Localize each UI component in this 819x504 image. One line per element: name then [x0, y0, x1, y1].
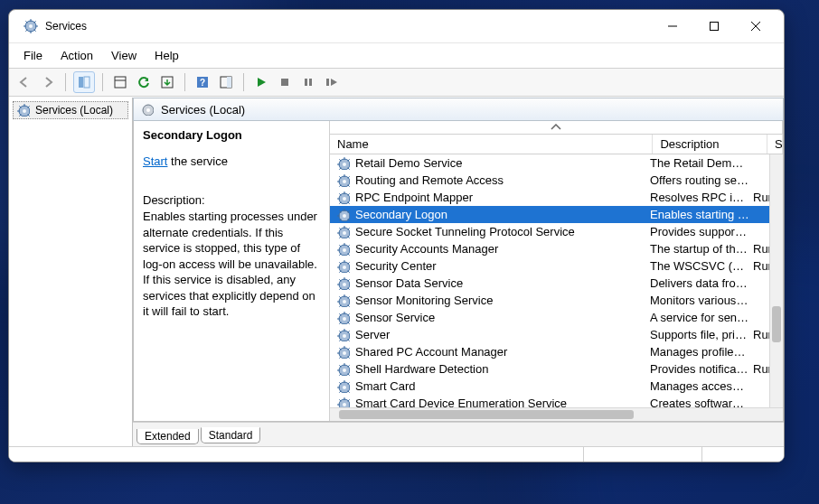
detail-action: Start the service — [143, 154, 320, 168]
svg-rect-22 — [281, 79, 288, 86]
service-name: Retail Demo Service — [355, 156, 463, 170]
description-body: Enables starting processes under alterna… — [143, 209, 320, 320]
service-name: RPC Endpoint Mapper — [355, 191, 473, 204]
table-row[interactable]: Shell Hardware DetectionProvides notific… — [330, 360, 783, 378]
menu-bar: File Action View Help — [9, 43, 784, 69]
gear-icon — [337, 380, 350, 393]
gear-icon — [337, 191, 350, 204]
table-row[interactable]: Sensor Monitoring ServiceMonitors variou… — [330, 292, 783, 309]
close-button[interactable] — [735, 13, 777, 40]
column-header-description[interactable]: Description — [653, 135, 767, 154]
gear-icon — [337, 157, 350, 170]
refresh-button[interactable] — [134, 72, 154, 92]
services-window: Services File Action View Help ? — [8, 9, 785, 462]
gear-icon — [337, 174, 350, 187]
column-header-status[interactable]: Status — [767, 135, 783, 154]
table-row[interactable]: Smart Card Device Enumeration ServiceCre… — [330, 395, 783, 407]
column-header-row: Name Description Status — [330, 135, 783, 154]
table-row[interactable]: Sensor Data ServiceDelivers data from... — [330, 275, 783, 292]
menu-view[interactable]: View — [104, 47, 144, 64]
table-row[interactable]: Retail Demo ServiceThe Retail Demo s... — [330, 154, 783, 172]
svg-rect-21 — [227, 77, 231, 88]
status-segment — [9, 447, 584, 462]
gear-icon — [141, 103, 154, 116]
service-name: Sensor Monitoring Service — [355, 294, 493, 307]
gear-icon — [337, 243, 350, 256]
results-header: Services (Local) — [133, 98, 784, 121]
service-description: A service for sens... — [646, 311, 749, 324]
export-list-button[interactable] — [157, 72, 177, 92]
description-label: Description: — [143, 193, 320, 207]
collapse-chevron[interactable] — [330, 121, 783, 135]
horizontal-scrollbar[interactable] — [330, 407, 783, 421]
service-name: Server — [355, 328, 390, 341]
column-header-name[interactable]: Name — [330, 135, 653, 154]
table-row[interactable]: Secondary LogonEnables starting pr... — [330, 206, 783, 223]
start-service-button[interactable] — [251, 72, 271, 92]
tab-standard[interactable]: Standard — [201, 427, 261, 443]
service-description: Monitors various s... — [646, 294, 749, 307]
help-button[interactable]: ? — [193, 72, 212, 92]
menu-file[interactable]: File — [16, 47, 50, 64]
services-list: Name Description Status Retail Demo Serv… — [330, 121, 783, 421]
start-service-link[interactable]: Start — [143, 154, 167, 168]
service-name: Routing and Remote Access — [355, 173, 504, 187]
maximize-button[interactable] — [693, 13, 735, 40]
gear-icon — [337, 346, 350, 359]
gear-icon — [337, 277, 350, 290]
action-pane-button[interactable] — [216, 72, 236, 92]
show-hide-console-tree-button[interactable] — [73, 71, 95, 93]
service-description: The Retail Demo s... — [646, 156, 749, 170]
extended-detail-pane: Secondary Logon Start the service Descri… — [134, 121, 330, 421]
service-description: Provides support f... — [646, 225, 749, 238]
service-description: Provides notificati... — [646, 362, 749, 376]
pause-service-button[interactable] — [298, 72, 318, 92]
app-icon — [24, 19, 38, 33]
table-row[interactable]: Security Accounts ManagerThe startup of … — [330, 240, 783, 257]
table-row[interactable]: Smart CardManages access t... — [330, 378, 783, 395]
service-description: Supports file, print... — [646, 328, 749, 341]
gear-icon — [17, 104, 30, 117]
svg-rect-13 — [79, 77, 83, 88]
table-row[interactable]: Shared PC Account ManagerManages profile… — [330, 343, 783, 360]
minimize-button[interactable] — [652, 13, 693, 40]
stop-service-button[interactable] — [275, 72, 295, 92]
table-row[interactable]: Sensor ServiceA service for sens... — [330, 309, 783, 326]
svg-rect-23 — [305, 79, 307, 86]
tab-extended[interactable]: Extended — [136, 429, 199, 444]
gear-icon — [337, 294, 350, 307]
service-name: Shared PC Account Manager — [355, 345, 507, 359]
service-description: The startup of this... — [646, 242, 749, 256]
service-name: Smart Card Device Enumeration Service — [355, 397, 567, 407]
service-name: Security Accounts Manager — [355, 242, 498, 256]
service-description: Enables starting pr... — [646, 208, 749, 221]
body: Services (Local) Services (Local) Second… — [9, 97, 784, 446]
tree-node-services-local[interactable]: Services (Local) — [13, 101, 128, 119]
table-row[interactable]: Routing and Remote AccessOffers routing … — [330, 172, 783, 189]
table-row[interactable]: Security CenterThe WSCSVC (Win...Run — [330, 257, 783, 275]
toolbar-separator — [102, 73, 103, 91]
properties-button[interactable] — [110, 72, 130, 92]
menu-help[interactable]: Help — [147, 47, 186, 64]
gear-icon — [337, 312, 350, 324]
window-title: Services — [45, 20, 87, 33]
status-bar — [9, 446, 784, 462]
status-segment — [702, 447, 784, 462]
gear-icon — [337, 209, 350, 221]
back-button[interactable] — [14, 72, 34, 92]
service-name: Security Center — [355, 259, 437, 273]
table-row[interactable]: RPC Endpoint MapperResolves RPC inter...… — [330, 189, 783, 206]
forward-button[interactable] — [38, 72, 58, 92]
restart-service-button[interactable] — [322, 72, 342, 92]
table-row[interactable]: Secure Socket Tunneling Protocol Service… — [330, 223, 783, 240]
vertical-scrollbar[interactable] — [769, 154, 783, 407]
service-name: Shell Hardware Detection — [355, 362, 488, 376]
svg-rect-15 — [115, 77, 126, 88]
gear-icon — [337, 329, 350, 341]
menu-action[interactable]: Action — [53, 47, 100, 64]
svg-rect-14 — [84, 77, 89, 88]
results-header-title: Services (Local) — [161, 103, 245, 117]
table-row[interactable]: ServerSupports file, print...Run — [330, 326, 783, 343]
service-name: Sensor Service — [355, 311, 435, 324]
svg-rect-12 — [711, 23, 719, 31]
